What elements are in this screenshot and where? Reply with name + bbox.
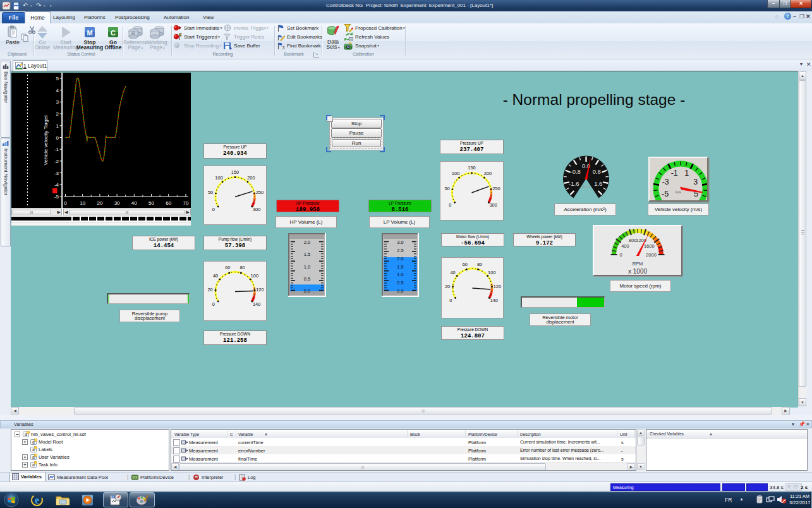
svg-text:200: 200 <box>484 171 492 176</box>
svg-text:20: 20 <box>207 287 212 293</box>
svg-text:0: 0 <box>449 202 451 208</box>
svg-text:2.5: 2.5 <box>397 248 403 253</box>
svg-text:400: 400 <box>621 243 629 249</box>
svg-text:C: C <box>111 29 116 37</box>
svg-text:40: 40 <box>450 270 455 275</box>
svg-text:100: 100 <box>488 270 496 275</box>
svg-text:1.5: 1.5 <box>397 264 403 270</box>
svg-text:m/s: m/s <box>675 190 681 194</box>
svg-text:300: 300 <box>489 202 497 208</box>
svg-text:0.5: 0.5 <box>397 280 403 286</box>
svg-text:100: 100 <box>215 175 223 181</box>
svg-text:200: 200 <box>247 175 255 181</box>
svg-text:0: 0 <box>64 200 67 206</box>
svg-text:100: 100 <box>251 273 259 279</box>
svg-text:-3: -3 <box>662 178 669 186</box>
svg-text:100: 100 <box>452 171 460 176</box>
svg-text:-5: -5 <box>662 190 669 198</box>
svg-text:-1: -1 <box>671 169 678 178</box>
svg-text:0: 0 <box>212 301 215 307</box>
svg-text:2.0: 2.0 <box>304 239 310 245</box>
svg-text:60: 60 <box>166 200 171 206</box>
svg-text:-0.8: -0.8 <box>571 168 581 175</box>
svg-text:2000: 2000 <box>646 252 657 258</box>
svg-text:40: 40 <box>213 273 218 279</box>
svg-text:0: 0 <box>212 207 215 212</box>
svg-text:0.5: 0.5 <box>304 276 310 282</box>
svg-text:-4: -4 <box>54 182 59 188</box>
svg-text:e: e <box>35 495 39 505</box>
svg-text:x 1000: x 1000 <box>628 268 647 275</box>
svg-text:30: 30 <box>114 200 120 206</box>
svg-text:35: 35 <box>282 45 286 50</box>
svg-text:1: 1 <box>56 123 59 129</box>
svg-text:0: 0 <box>449 298 452 303</box>
svg-text:RPM: RPM <box>633 261 643 267</box>
svg-text:50: 50 <box>444 186 449 191</box>
svg-text:0.8: 0.8 <box>593 168 601 175</box>
svg-text:1.0: 1.0 <box>397 272 403 277</box>
svg-text:1: 1 <box>684 169 689 178</box>
svg-text:1.6: 1.6 <box>594 180 602 187</box>
svg-text:-1: -1 <box>54 147 59 152</box>
svg-text:140: 140 <box>490 298 498 303</box>
svg-text:20: 20 <box>445 284 450 289</box>
svg-text:50: 50 <box>148 200 154 206</box>
svg-text:2: 2 <box>56 111 59 117</box>
svg-text:250: 250 <box>256 190 264 195</box>
svg-text:M: M <box>87 29 92 37</box>
svg-text:-2: -2 <box>54 159 59 164</box>
svg-text:2.0: 2.0 <box>397 256 403 262</box>
svg-text:300: 300 <box>253 207 261 212</box>
svg-text:m/s²: m/s² <box>582 184 590 189</box>
svg-text:140: 140 <box>253 301 261 307</box>
svg-text:150: 150 <box>231 169 239 175</box>
svg-text:250: 250 <box>492 186 500 191</box>
svg-text:1.0: 1.0 <box>304 264 310 270</box>
svg-text:60: 60 <box>463 262 468 267</box>
svg-text:3: 3 <box>693 178 698 186</box>
svg-text:70: 70 <box>183 200 188 206</box>
svg-text:-5: -5 <box>54 194 59 200</box>
svg-text:1600: 1600 <box>644 243 655 249</box>
svg-text:0.0: 0.0 <box>397 288 403 294</box>
svg-text:40: 40 <box>131 200 137 206</box>
svg-text:20: 20 <box>97 200 102 206</box>
svg-text:60: 60 <box>225 265 230 270</box>
svg-text:5: 5 <box>56 76 59 82</box>
svg-text:-3: -3 <box>54 171 59 176</box>
svg-text:3.0: 3.0 <box>397 239 403 245</box>
svg-text:0: 0 <box>56 135 59 141</box>
svg-text:10: 10 <box>80 200 85 206</box>
svg-text:80: 80 <box>477 262 482 267</box>
svg-text:120: 120 <box>256 287 264 293</box>
svg-text:4: 4 <box>56 88 59 94</box>
svg-text:0: 0 <box>620 252 622 258</box>
svg-text:-1.6: -1.6 <box>569 180 579 187</box>
svg-text:120: 120 <box>494 284 502 289</box>
svg-text:50: 50 <box>208 190 213 195</box>
svg-text:3: 3 <box>56 99 59 105</box>
svg-text:Vehicle velocity Target: Vehicle velocity Target <box>43 115 49 166</box>
svg-text:0.0: 0.0 <box>304 288 310 294</box>
svg-text:R: R <box>131 30 135 36</box>
svg-text:80: 80 <box>239 265 245 270</box>
svg-text:1.5: 1.5 <box>304 251 310 257</box>
svg-text:150: 150 <box>468 165 476 171</box>
